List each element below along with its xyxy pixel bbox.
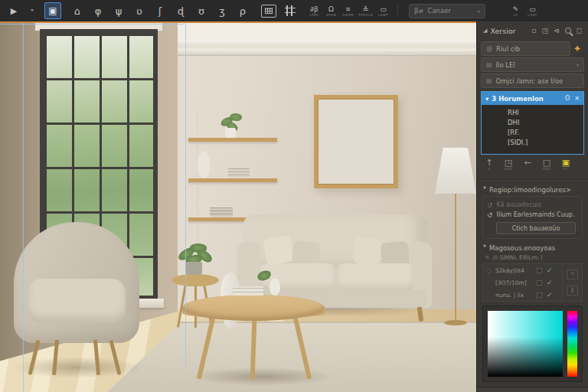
panel-title: Xersior — [490, 27, 515, 35]
tool-button-8[interactable]: ʒ — [214, 3, 230, 18]
tool-button-9[interactable]: ρ — [235, 3, 250, 18]
checkbox[interactable] — [537, 268, 542, 273]
selected-image-tool-button[interactable]: ▣ — [44, 2, 61, 19]
tool-aton-button[interactable]: Ω aton — [325, 5, 338, 17]
pencil-icon: ✎ — [485, 254, 489, 261]
close-icon[interactable]: ✕ — [574, 95, 580, 102]
panel-header: ◢ Xersior ▫ ◳ ⊲ ◻ — [477, 21, 588, 40]
canvas-active-border — [0, 21, 476, 23]
region-option-2[interactable]: ↺ Ilium Earlesmainds Cuup. — [487, 210, 578, 220]
scene-ceiling — [145, 21, 476, 41]
eye-icon[interactable]: ʘ — [565, 95, 570, 102]
object-field-row: ▤ Omjci /amn: asx I/oe — [481, 74, 584, 88]
material-subtitle: /il SIMNL EЯILm: l — [492, 254, 542, 261]
tool-group: ⌂ φ ψ ʋ ʃ ɖ ʊ ʒ ρ — [64, 3, 250, 18]
camera-icon[interactable]: ◳ — [541, 27, 548, 34]
scene-sofa-pillow — [263, 235, 295, 265]
collapsed-section-bar[interactable]: * Vlubb ▸ — [477, 387, 588, 392]
application-window: ▶ ▴ ▣ ⌂ φ ψ ʋ ʃ ɖ ʊ ʒ ρ ∂β ltrv Ω aton — [0, 0, 588, 392]
name-value: Riul cib — [496, 45, 520, 53]
frame-button[interactable]: □ i120.j — [541, 158, 553, 175]
tool-button-6[interactable]: ɖ — [173, 3, 188, 18]
scene-coffee-table-shadow — [190, 368, 335, 386]
edit-note-button[interactable]: ✎ ls — [509, 5, 522, 17]
region-section-title: Regiop:iimoodingolures> — [489, 186, 571, 194]
box-icon[interactable]: ▫ — [531, 27, 536, 34]
panel-header-icons: ▫ ◳ ⊲ ◻ — [531, 27, 582, 34]
play-icon[interactable]: ▶ — [6, 3, 21, 18]
material-section-title: Magosous.enooyoas — [489, 244, 555, 252]
table-row[interactable]: [3O7/10m] ✓ — [483, 276, 562, 289]
sliders-icon[interactable] — [284, 5, 296, 17]
scene-coffee-table — [182, 295, 325, 321]
active-frame-button[interactable]: ▣ iti ( — [560, 158, 572, 175]
labeled-tool-group: ∂β ltrv Ω aton ¤ caier ≙ topols ▭ lawt — [304, 5, 390, 17]
collapse-icon[interactable]: ▾ — [485, 95, 488, 103]
move-up-button[interactable]: ↑ h — [483, 158, 495, 175]
tool-button-3[interactable]: ψ — [111, 3, 126, 18]
viewport-canvas[interactable] — [0, 21, 476, 392]
guide-line-horizontal[interactable] — [0, 24, 184, 24]
region-action-button[interactable]: Ctich bauaeoüo — [496, 222, 576, 234]
flag-icon[interactable]: ⊲ — [554, 27, 560, 34]
name-input[interactable]: @ Riul cib — [481, 41, 570, 56]
tool-button-2[interactable]: φ — [90, 3, 106, 18]
scene-table-vase — [270, 279, 280, 296]
export-button[interactable]: ◳ e2l/0 — [502, 158, 514, 175]
dimension-section: ▾ 3 Horumenlon ʘ ✕ RHI DHI [RF. [SIDI.] — [481, 91, 584, 155]
frame-icon[interactable]: ◻ — [577, 27, 582, 34]
checkbox[interactable] — [537, 292, 542, 298]
region-group: ↺ Kä auuadecuis ↺ Ilium Earlesmainds Cuu… — [482, 196, 583, 239]
saturation-value-field[interactable] — [488, 311, 563, 377]
tool-caier-button[interactable]: ¤ caier — [341, 5, 354, 17]
list-item[interactable]: DHI — [482, 118, 583, 128]
toolbar-separator — [397, 5, 398, 17]
document-icon: ▤ — [486, 61, 492, 68]
object-input[interactable]: ▤ Omjci /amn: asx I/oe — [481, 74, 584, 88]
collapse-triangle-icon[interactable]: ◢ — [483, 28, 487, 34]
material-subtitle-row: ✎ /il SIMNL EЯILm: l — [485, 253, 580, 261]
side-icon-button-2[interactable]: ∥ — [567, 286, 578, 296]
tool-button-4[interactable]: ʋ — [132, 3, 147, 18]
top-toolbar: ▶ ▴ ▣ ⌂ φ ψ ʋ ʃ ɖ ʊ ʒ ρ ∂β ltrv Ω aton — [0, 0, 588, 21]
table-row[interactable]: ◌ S2káy|0t4 ✓ — [483, 264, 562, 276]
screen-frame-button[interactable]: ▭ lost — [526, 5, 539, 17]
tool-lawt-button[interactable]: ▭ lawt — [377, 5, 390, 17]
region-option-1[interactable]: ↺ Kä auuadecuis — [487, 200, 578, 210]
hue-slider[interactable] — [567, 311, 577, 377]
circle-icon: ◌ — [486, 267, 492, 274]
list-item[interactable]: [RF. — [482, 128, 583, 138]
color-picker — [482, 305, 583, 382]
document-icon: ▤ — [486, 77, 492, 84]
material-section-header[interactable]: * Magosous.enooyoas — [483, 243, 582, 252]
side-icon-button-1[interactable]: ⊤ — [567, 270, 578, 279]
scene-table-books — [233, 286, 263, 296]
scene-crown-molding — [145, 40, 476, 56]
checkbox[interactable] — [537, 280, 542, 286]
tool-button-1[interactable]: ⌂ — [70, 3, 85, 18]
caret-icon[interactable]: ▴ — [24, 3, 40, 18]
cancel-dropdown[interactable]: β≠ Canaer ▾ — [409, 4, 485, 18]
tool-button-7[interactable]: ʊ — [194, 3, 209, 18]
list-item[interactable]: RHI — [482, 108, 583, 118]
list-toolbar: ↑ h ◳ e2l/0 ← □ i120.j ▣ iti ( — [483, 158, 582, 175]
scene-floor-lamp-base — [444, 320, 467, 325]
sparkle-icon[interactable]: ✦ — [570, 43, 584, 54]
guide-line-vertical-1[interactable] — [23, 21, 24, 392]
material-table-rows: ◌ S2káy|0t4 ✓ [3O7/10m] ✓ nunu. | ilx ✓ — [483, 264, 562, 301]
guide-line-vertical-2[interactable] — [185, 21, 186, 368]
region-section-header[interactable]: * Regiop:iimoodingolures> — [483, 185, 582, 194]
search-icon[interactable] — [565, 28, 571, 34]
scene-side-table — [172, 274, 219, 286]
tool-ltrv-button[interactable]: ∂β ltrv — [308, 5, 321, 17]
tool-button-5[interactable]: ʃ — [152, 3, 168, 18]
list-item[interactable]: [SIDI.] — [482, 138, 583, 148]
layer-dropdown[interactable]: ▤ Ilo LEl ▾ — [481, 57, 584, 72]
panel-grid-icon[interactable] — [261, 5, 276, 18]
tool-topols-button[interactable]: ≙ topols — [358, 5, 373, 17]
back-arrow-button[interactable]: ← — [521, 158, 534, 175]
table-row[interactable]: nunu. | ilx ✓ — [483, 289, 562, 301]
dimension-section-header[interactable]: ▾ 3 Horumenlon ʘ ✕ — [482, 92, 583, 105]
chevron-down-icon: ▾ — [478, 8, 480, 14]
scene-armchair-cushion — [28, 279, 126, 323]
